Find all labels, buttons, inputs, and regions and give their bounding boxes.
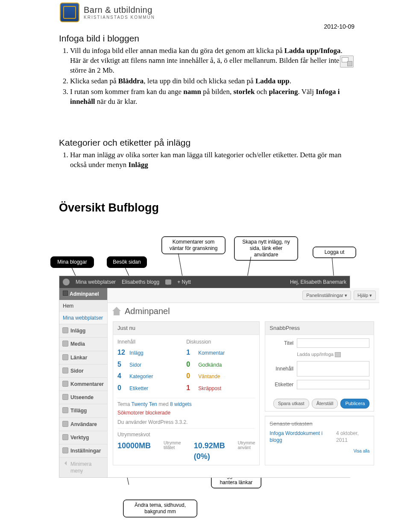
callout-change-theme: Ändra tema, sidhuvud, bakgrund mm <box>123 500 197 517</box>
storage-used-value: 10.92MB (0%) <box>194 441 225 461</box>
reset-button[interactable]: Återställ <box>312 399 338 409</box>
callout-create-new: Skapa nytt inlägg, ny sida, länk eller a… <box>234 236 298 261</box>
draft-date: 4 oktober, 2011 <box>336 430 369 444</box>
storage-allowed-value: 10000MB <box>117 441 151 451</box>
brand-main: Barn & utbildning <box>84 5 155 15</box>
step-1: Vill du infoga bild eller annan media ka… <box>70 46 354 76</box>
discussion-col-head: Diskussion <box>186 338 255 345</box>
sidebar-item[interactable]: Tillägg <box>59 404 107 417</box>
step-3: I rutan som kommer fram kan du ange namn… <box>70 87 354 107</box>
callout-logout: Logga ut <box>313 247 356 258</box>
menu-icon <box>62 447 68 453</box>
wp-version: Du använder WordPress 3.3.2. <box>117 419 255 426</box>
wp-sidebar: Adminpanel Hem Mina webbplatser InläggMe… <box>59 288 108 478</box>
sidebar-item[interactable]: Verktyg <box>59 431 107 444</box>
draft-link[interactable]: Infoga Worddokument i blogg <box>269 430 333 444</box>
adminpanel-title: Adminpanel <box>125 306 170 317</box>
input-titel[interactable] <box>297 338 369 348</box>
insert-media-icon <box>340 56 354 68</box>
label-etiketter: Etiketter <box>269 381 293 388</box>
section-title-categories: Kategorier och etiketter på inlägg <box>59 137 354 149</box>
drafts-head: Senaste utkasten <box>269 420 369 428</box>
snabbpress-head: SnabbPress <box>265 322 374 335</box>
menu-icon <box>62 407 68 413</box>
step-2: Klicka sedan på Bläddra, leta upp din bi… <box>70 76 354 86</box>
sidebar-home[interactable]: Hem <box>59 300 107 312</box>
stat-row: 4Kategorier <box>117 371 186 381</box>
menu-icon <box>62 381 68 387</box>
box-snabbpress: SnabbPress Titel <box>265 321 374 411</box>
sidebar-item[interactable]: Kommentarer <box>59 377 107 391</box>
menu-icon <box>62 394 68 400</box>
menu-icon <box>62 434 68 440</box>
municipality-logo-icon <box>60 3 79 22</box>
label-innehall: Innehåll <box>269 365 293 372</box>
menu-icon <box>62 367 68 373</box>
stat-row: 1Skräppost <box>186 383 255 393</box>
bar-new[interactable]: + Nytt <box>177 279 191 285</box>
menu-icon <box>62 354 68 360</box>
wordpress-admin-screenshot: Mina webbplatser Elisabeths blogg + Nytt… <box>59 276 350 478</box>
stat-row: 1Kommentar <box>186 348 255 357</box>
wordpress-logo-icon[interactable] <box>63 279 70 285</box>
bar-hello-user[interactable]: Hej, Elisabeth Banemark <box>290 279 346 285</box>
overview-diagram: Mina bloggar Besök sidan Kommentarer som… <box>50 233 358 532</box>
brand-text: Barn & utbildning KRISTIANSTADS KOMMUN <box>84 5 155 20</box>
save-draft-button[interactable]: Spara utkast <box>273 399 309 409</box>
sidebar-item[interactable]: Media <box>59 337 107 350</box>
bar-my-sites[interactable]: Mina webbplatser <box>76 279 116 285</box>
label-titel: Titel <box>269 340 293 347</box>
upload-media-icon <box>335 352 341 357</box>
stat-row: 0Godkända <box>186 360 255 369</box>
callout-pending-comments: Kommentarer som väntar för granskning <box>161 236 226 254</box>
stat-row: 0Etiketter <box>117 383 186 393</box>
sidebar-item[interactable]: Användare <box>59 417 107 431</box>
content-col-head: Innehåll <box>117 338 186 345</box>
sidebar-item[interactable]: Sidor <box>59 364 107 377</box>
section-title-overview: Översikt Bufblogg <box>59 200 354 215</box>
just-nu-head: Just nu <box>113 322 259 335</box>
cat-step-1: Har man inlägg av olika sorter kan man l… <box>70 150 354 170</box>
sidebar-item[interactable]: Länkar <box>59 351 107 364</box>
brand-sub: KRISTIANSTADS KOMMUN <box>84 15 155 20</box>
bar-blog-name[interactable]: Elisabeths blogg <box>122 279 159 285</box>
publish-button[interactable]: Publicera <box>340 399 369 409</box>
adminpanel-house-icon <box>113 308 121 315</box>
callout-visit-site: Besök sidan <box>107 256 147 268</box>
stat-row: 0Väntande <box>186 371 255 381</box>
document-date: 2012-10-09 <box>324 23 354 30</box>
categories-steps: Har man inlägg av olika sorter kan man l… <box>70 150 354 170</box>
storage-row: 10000MB Utrymme tillåtet 10.92MB (0%) <box>117 441 255 461</box>
menu-icon <box>62 421 68 427</box>
sidebar-minimize[interactable]: Minimera meny <box>59 457 107 477</box>
collapse-arrow-icon <box>62 461 67 465</box>
callout-my-blogs: Mina bloggar <box>50 256 94 268</box>
sidebar-adminpanel-header[interactable]: Adminpanel <box>59 288 107 300</box>
seo-blocked: Sökmotorer blockerade <box>117 409 255 416</box>
sidebar-item[interactable]: Inlägg <box>59 324 107 337</box>
box-drafts: Senaste utkasten Infoga Worddokument i b… <box>265 416 374 465</box>
input-etiketter[interactable] <box>297 380 369 389</box>
wp-main-area: Panelinställningar ▾ Hjälp ▾ Adminpanel … <box>108 288 379 478</box>
stat-row: 5Sidor <box>117 360 186 369</box>
insert-image-steps: Vill du infoga bild eller annan media ka… <box>70 46 354 107</box>
menu-icon <box>62 341 68 347</box>
house-icon <box>63 291 68 296</box>
upload-insert-link[interactable]: Ladda upp/Infoga <box>297 351 341 358</box>
sidebar-item[interactable]: Utseende <box>59 391 107 404</box>
quota-label: Utrymmeskvot <box>117 431 255 438</box>
sidebar-my-sites[interactable]: Mina webbplatser <box>59 312 107 324</box>
bar-comments-icon[interactable] <box>165 279 171 285</box>
stat-row: 12Inlägg <box>117 348 186 357</box>
box-just-nu: Just nu Innehåll 12Inlägg5Sidor4Kategori… <box>113 321 260 465</box>
sidebar-item[interactable]: Inställningar <box>59 444 107 457</box>
page-header: Barn & utbildning KRISTIANSTADS KOMMUN <box>0 0 410 25</box>
view-all-link[interactable]: Visa alla <box>265 447 374 457</box>
wp-admin-bar: Mina webbplatser Elisabeths blogg + Nytt… <box>59 276 350 288</box>
input-innehall[interactable] <box>297 361 369 376</box>
help-tab[interactable]: Hjälp ▾ <box>354 291 376 300</box>
menu-icon <box>62 327 68 333</box>
screen-options-tab[interactable]: Panelinställningar ▾ <box>302 291 351 300</box>
theme-line: Tema Twenty Ten med 8 widgets <box>117 401 255 408</box>
section-title-insert-image: Infoga bild i bloggen <box>59 32 354 44</box>
